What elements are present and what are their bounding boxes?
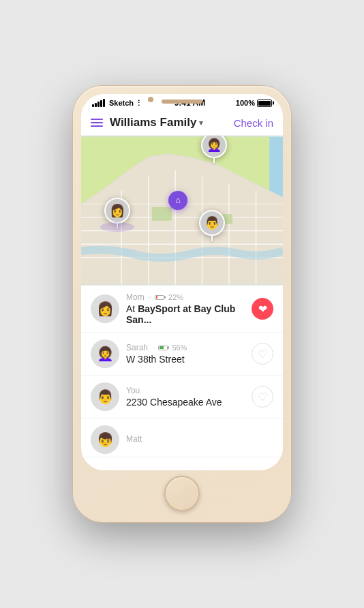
status-right: 100% xyxy=(236,99,272,107)
speaker xyxy=(162,100,202,104)
mom-avatar-pin: 👩 xyxy=(104,198,130,224)
matt-info: Matt xyxy=(126,434,273,445)
mom-location-text: BaySport at Bay Club San... xyxy=(126,303,235,325)
phone-frame: Sketch ⋮ 9:41 AM 100% Williams Family ▾ xyxy=(73,86,291,522)
member-item-you[interactable]: 👨 You 2230 Chesapeake Ave ♡ xyxy=(81,376,283,419)
sarah-avatar: 👩‍🦱 xyxy=(91,339,119,368)
mom-battery-icon xyxy=(155,295,164,300)
you-location-text: 2230 Chesapeake Ave xyxy=(126,397,222,408)
mom-heart-button[interactable]: ❤ xyxy=(252,298,273,320)
mom-battery-fill xyxy=(156,296,157,299)
mom-location-prefix: At xyxy=(126,303,138,314)
battery-fill xyxy=(258,101,271,106)
sarah-heart-button[interactable]: ♡ xyxy=(252,343,273,365)
menu-line-1 xyxy=(91,119,103,120)
mom-name-row: Mom · 22% xyxy=(126,292,252,302)
header-title[interactable]: Williams Family ▾ xyxy=(110,116,203,130)
matt-avatar: 👦 xyxy=(91,425,119,454)
sarah-avatar-pin: 👩‍🦱 xyxy=(201,136,227,158)
you-location: 2230 Chesapeake Ave xyxy=(126,397,252,408)
member-list: 👩 Mom · 22% At BaySport at Bay Club San.… xyxy=(81,286,283,470)
you-name-label: You xyxy=(126,386,140,395)
carrier-label: Sketch xyxy=(109,99,134,107)
mom-battery-pct: 22% xyxy=(168,293,183,301)
sarah-battery-fill xyxy=(160,346,164,349)
sarah-location-text: W 38th Street xyxy=(126,354,185,365)
status-left: Sketch ⋮ xyxy=(92,99,144,108)
sarah-separator: · xyxy=(152,343,154,352)
you-pin-tail xyxy=(211,236,213,241)
you-map-pin[interactable]: 👨 xyxy=(199,210,225,241)
mom-active-ring xyxy=(100,222,134,232)
you-avatar-face: 👨 xyxy=(200,211,224,234)
sarah-battery-pct: 56% xyxy=(172,344,187,352)
mom-avatar: 👩 xyxy=(91,294,119,323)
you-info: You 2230 Chesapeake Ave xyxy=(126,386,252,408)
mom-location: At BaySport at Bay Club San... xyxy=(126,303,252,325)
sarah-name-label: Sarah xyxy=(126,343,148,352)
mom-info: Mom · 22% At BaySport at Bay Club San... xyxy=(126,292,252,325)
menu-line-2 xyxy=(91,122,103,123)
you-heart-button[interactable]: ♡ xyxy=(252,386,273,408)
signal-bars xyxy=(92,99,105,107)
mom-name-label: Mom xyxy=(126,292,145,302)
home-map-pin: ⌂ xyxy=(168,191,187,210)
mom-map-pin[interactable]: 👩 xyxy=(104,198,130,229)
battery-icon xyxy=(257,100,272,107)
family-name-label: Williams Family xyxy=(110,116,196,130)
sarah-info: Sarah · 56% W 38th Street xyxy=(126,343,252,365)
sarah-pin-tail xyxy=(213,158,215,164)
matt-name-label: Matt xyxy=(126,434,142,444)
menu-line-3 xyxy=(91,125,103,127)
battery-pct-label: 100% xyxy=(236,99,255,107)
wifi-icon: ⋮ xyxy=(135,99,142,108)
check-in-button[interactable]: Check in xyxy=(234,117,273,129)
sarah-map-pin[interactable]: 👩‍🦱 xyxy=(201,136,227,164)
sarah-location: W 38th Street xyxy=(126,354,252,365)
chevron-down-icon: ▾ xyxy=(199,119,203,127)
home-icon: ⌂ xyxy=(175,195,181,205)
you-avatar: 👨 xyxy=(91,382,119,411)
home-pin-icon: ⌂ xyxy=(168,191,187,210)
sarah-name-row: Sarah · 56% xyxy=(126,343,252,352)
camera xyxy=(148,97,153,102)
app-header: Williams Family ▾ Check in xyxy=(81,110,283,136)
home-button[interactable] xyxy=(164,476,200,511)
you-avatar-pin: 👨 xyxy=(199,210,225,236)
member-item-mom[interactable]: 👩 Mom · 22% At BaySport at Bay Club San.… xyxy=(81,286,283,333)
phone-screen: Sketch ⋮ 9:41 AM 100% Williams Family ▾ xyxy=(81,94,283,470)
you-name-row: You xyxy=(126,386,252,395)
menu-button[interactable] xyxy=(91,119,103,127)
matt-name-row: Matt xyxy=(126,434,273,444)
member-item-matt[interactable]: 👦 Matt xyxy=(81,419,283,457)
mom-separator: · xyxy=(149,292,151,302)
sarah-battery-icon xyxy=(158,346,168,350)
sarah-avatar-face: 👩‍🦱 xyxy=(202,136,226,157)
map-view[interactable]: ⌂ 👩 👩‍🦱 👨 xyxy=(81,136,283,286)
member-item-sarah[interactable]: 👩‍🦱 Sarah · 56% W 38th Street ♡ xyxy=(81,333,283,376)
mom-avatar-face: 👩 xyxy=(106,199,129,222)
